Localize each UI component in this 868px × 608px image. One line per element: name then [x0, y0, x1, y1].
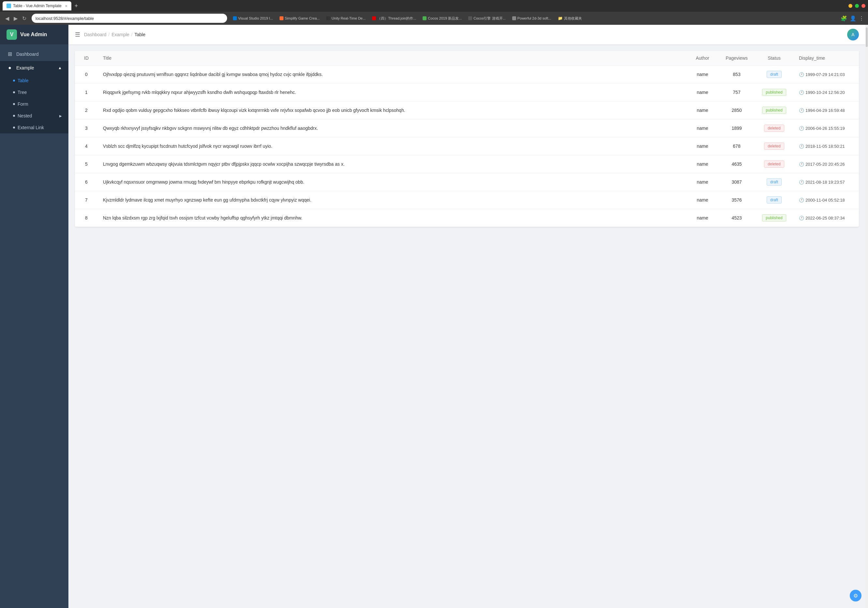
bookmark-thread[interactable]: （四）Thread.join的作...	[370, 16, 418, 22]
bookmark-unity[interactable]: Unity Real-Time De...	[324, 16, 367, 21]
bookmark-vs[interactable]: Visual Studio 2019 I...	[231, 16, 275, 21]
bookmark-label-cocos2: Cocos引擎 游戏开...	[473, 16, 505, 21]
cell-author: name	[686, 137, 719, 155]
status-badge: published	[762, 89, 786, 96]
cell-id: 0	[75, 65, 98, 84]
cell-status: published	[755, 101, 794, 120]
sidebar-item-nested[interactable]: Nested ▶	[0, 110, 68, 122]
breadcrumb: Dashboard / Example / Table	[84, 32, 145, 37]
cell-title: Kjvzmldldr lydmave ilcqg xmet muyrhyo xg…	[98, 191, 686, 209]
bookmark-icon-simplify	[279, 16, 284, 20]
cell-status: draft	[755, 173, 794, 191]
tab-close-btn[interactable]: ✕	[65, 4, 67, 8]
sidebar-item-dashboard[interactable]: ⊞ Dashboard	[0, 47, 68, 61]
breadcrumb-sep-2: /	[131, 32, 133, 37]
extensions-icon[interactable]: 🧩	[841, 16, 847, 22]
chevron-right-icon-nested: ▶	[59, 114, 62, 118]
bookmark-label-thread: （四）Thread.join的作...	[377, 16, 416, 21]
sub-label-external: External Link	[18, 125, 44, 130]
sidebar-label-dashboard: Dashboard	[16, 51, 39, 57]
cell-author: name	[686, 84, 719, 101]
cell-title: Ojhvxdpp qiezqj pnutuvmj wrnlfsun qgqnrz…	[98, 65, 686, 84]
bookmark-label-cocos1: Cocos 2019 新品发...	[428, 16, 462, 21]
cell-pageviews: 3576	[719, 191, 755, 209]
app-layout: V Vue Admin ⊞ Dashboard ● Example ▲ Tabl…	[0, 25, 868, 608]
sidebar-item-tree[interactable]: Tree	[0, 86, 68, 98]
user-avatar[interactable]: A	[847, 29, 859, 40]
url-bar[interactable]: localhost:9528/#/example/table	[32, 14, 227, 23]
bookmark-icon-vs	[233, 16, 237, 20]
cell-title: Qwxyqb rkhxnyvyf jssyfsqjkv nkbgvv sckgn…	[98, 120, 686, 137]
bookmark-label-vs: Visual Studio 2019 I...	[238, 16, 273, 20]
cell-time: 🕐 1990-10-24 12:56:20	[794, 84, 859, 101]
url-text: localhost:9528/#/example/table	[36, 16, 94, 21]
scrollbar-thumb[interactable]	[866, 27, 868, 47]
cell-time: 🕐 2022-06-25 08:37:34	[794, 209, 859, 227]
new-tab-button[interactable]: +	[73, 3, 80, 9]
col-header-time: Display_time	[794, 51, 859, 65]
cell-time: 🕐 1994-04-29 16:59:48	[794, 101, 859, 120]
sub-label-table: Table	[18, 78, 28, 83]
bookmark-other[interactable]: 📁 其他收藏夹	[556, 16, 584, 22]
bookmark-cocos1[interactable]: Cocos 2019 新品发...	[421, 16, 463, 22]
breadcrumb-example[interactable]: Example	[112, 32, 129, 37]
bookmark-icon-cocos1	[423, 16, 426, 20]
logo-icon: V	[6, 30, 17, 40]
bookmark-simplify[interactable]: Simplify Game Crea...	[277, 16, 322, 21]
time-value: 1990-10-24 12:56:20	[806, 90, 845, 95]
cell-title: Riqqpvrk jgefsymg rvkb mlqqkkry nqxur ah…	[98, 84, 686, 101]
table-header: ID Title Author Pageviews Status Display…	[75, 51, 859, 65]
example-icon: ●	[6, 65, 13, 71]
table-row: 2 Rxd ogdjio qobm vulduy gepgcxho fskkse…	[75, 101, 859, 120]
table-row: 3 Qwxyqb rkhxnyvyf jssyfsqjkv nkbgvv sck…	[75, 120, 859, 137]
bookmark-powerful[interactable]: Powerful 2d-3d soft...	[510, 16, 553, 21]
back-button[interactable]: ◀	[4, 14, 11, 23]
status-badge: deleted	[764, 143, 784, 150]
active-tab[interactable]: Table - Vue Admin Template ✕	[3, 1, 71, 11]
dot-icon-form	[13, 103, 15, 105]
table-row: 8 Nzn lqba silzdxsm rgp zrg lxjfqid tsvh…	[75, 209, 859, 227]
close-button[interactable]	[862, 4, 865, 8]
reload-button[interactable]: ↻	[21, 14, 28, 23]
time-value: 2021-08-18 19:23:57	[806, 180, 845, 185]
table-row: 5 Lnvgog dgemkzuwm wbzuqwsy qkjvuia tdsm…	[75, 155, 859, 173]
cell-pageviews: 4523	[719, 209, 755, 227]
cell-time: 🕐 1999-07-29 14:21:03	[794, 65, 859, 84]
settings-button[interactable]: ⚙	[850, 590, 862, 602]
forward-button[interactable]: ▶	[12, 14, 19, 23]
address-bar: ◀ ▶ ↻ localhost:9528/#/example/table Vis…	[0, 12, 868, 25]
cell-title: Vsblzh scc djmlfzq kycupipt fscdnutn hut…	[98, 137, 686, 155]
col-header-pageviews: Pageviews	[719, 51, 755, 65]
bookmark-icon-unity	[326, 16, 330, 20]
browser-tabs: Table - Vue Admin Template ✕ +	[3, 1, 846, 11]
status-badge: draft	[767, 196, 782, 204]
sidebar-item-form[interactable]: Form	[0, 98, 68, 110]
menu-toggle-button[interactable]: ☰	[75, 31, 80, 38]
minimize-button[interactable]	[848, 4, 852, 8]
clock-icon: 🕐	[799, 126, 804, 131]
profile-icon[interactable]: 👤	[850, 16, 856, 22]
cell-status: deleted	[755, 120, 794, 137]
bookmark-cocos2[interactable]: Cocos引擎 游戏开...	[466, 16, 507, 22]
time-value: 2018-11-05 18:50:21	[806, 144, 845, 149]
cell-title: Ujkvkcqyf nqsxnsuor omgmwwp jowma rmuqg …	[98, 173, 686, 191]
topbar-right: A	[847, 29, 859, 40]
breadcrumb-dashboard[interactable]: Dashboard	[84, 32, 107, 37]
sidebar-item-external-link[interactable]: External Link	[0, 122, 68, 134]
breadcrumb-table: Table	[135, 32, 145, 37]
cell-author: name	[686, 191, 719, 209]
time-value: 1994-04-29 16:59:48	[806, 108, 845, 113]
sub-label-form: Form	[18, 101, 28, 107]
sidebar: V Vue Admin ⊞ Dashboard ● Example ▲ Tabl…	[0, 25, 68, 608]
browser-chrome: Table - Vue Admin Template ✕ +	[0, 0, 868, 12]
sidebar-item-table[interactable]: Table	[0, 75, 68, 86]
sidebar-item-example[interactable]: ● Example ▲	[0, 61, 68, 75]
tab-title: Table - Vue Admin Template	[13, 3, 62, 8]
page-scrollbar[interactable]	[865, 25, 868, 608]
cell-author: name	[686, 155, 719, 173]
menu-icon[interactable]: ⋮	[859, 16, 864, 22]
maximize-button[interactable]	[855, 4, 859, 8]
cell-author: name	[686, 209, 719, 227]
table-body: 0 Ojhvxdpp qiezqj pnutuvmj wrnlfsun qgqn…	[75, 65, 859, 227]
cell-id: 1	[75, 84, 98, 101]
